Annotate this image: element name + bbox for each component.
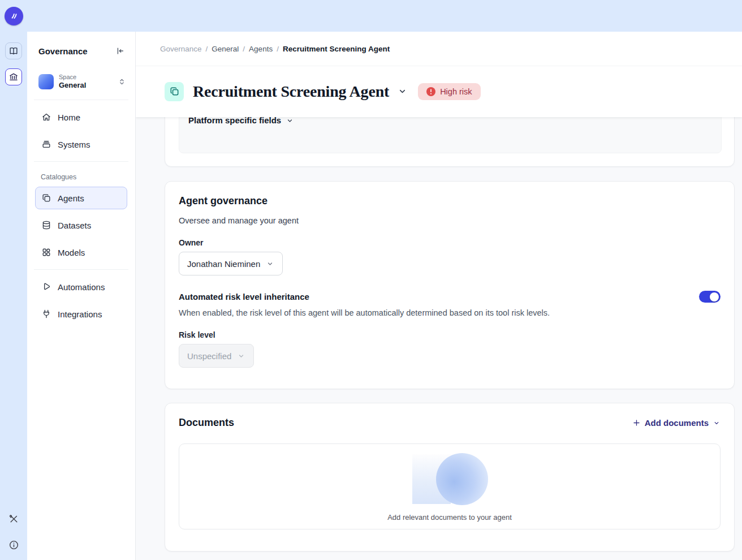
sidebar-item-automations[interactable]: Automations [35, 273, 127, 300]
governance-title: Agent governance [179, 195, 721, 207]
chevron-updown-icon [118, 77, 126, 86]
book-icon [8, 46, 19, 56]
space-texts: Space General [59, 74, 113, 89]
space-selector[interactable]: Space General [35, 70, 127, 93]
chevron-down-icon [713, 419, 721, 427]
title-menu-button[interactable] [396, 85, 409, 98]
breadcrumb-separator: / [277, 45, 279, 53]
sidebar-item-models[interactable]: Models [35, 239, 127, 266]
chevron-down-icon [266, 260, 274, 268]
page-title: Recruitment Screening Agent [193, 83, 389, 101]
grid-icon [41, 247, 51, 257]
sidebar-divider [34, 161, 128, 162]
catalogues-section-label: Catalogues [35, 165, 127, 184]
sidebar-item-label: Home [58, 113, 80, 122]
inheritance-description: When enabled, the risk level of this age… [179, 308, 721, 317]
breadcrumb-item[interactable]: Agents [249, 45, 273, 53]
copy-icon [41, 193, 51, 203]
collapse-sidebar-icon [115, 46, 125, 56]
inheritance-label: Automated risk level inheritance [179, 292, 309, 301]
app-logo-button[interactable] [5, 7, 23, 25]
alert-icon [426, 87, 435, 96]
documents-title: Documents [179, 417, 234, 429]
sidebar-item-label: Datasets [58, 221, 91, 230]
sidebar-item-home[interactable]: Home [35, 104, 127, 131]
topbar [0, 0, 742, 32]
sidebar-item-datasets[interactable]: Datasets [35, 212, 127, 239]
sidebar-item-systems[interactable]: Systems [35, 131, 127, 158]
illustration-circle [436, 453, 488, 505]
sidebar-header: Governance [35, 32, 127, 70]
sidebar-divider [34, 269, 128, 270]
breadcrumb-row: Governance / General / Agents / Recruitm… [136, 32, 742, 66]
space-label: Space [59, 74, 113, 80]
owner-select[interactable]: Jonathan Nieminen [179, 252, 283, 275]
logo-icon [8, 10, 20, 21]
add-documents-button[interactable]: Add documents [632, 418, 721, 428]
title-row: Recruitment Screening Agent High ri [136, 66, 742, 117]
risk-level-value: Unspecified [187, 351, 231, 361]
space-avatar [38, 74, 54, 89]
documents-empty-state[interactable]: Add relevant documents to your agent [179, 443, 721, 529]
documents-card: Documents Add documents [165, 403, 735, 552]
sidebar: Governance Space General [27, 32, 136, 560]
sidebar-title: Governance [38, 46, 88, 56]
breadcrumb-item-current: Recruitment Screening Agent [283, 45, 390, 53]
breadcrumb-separator: / [243, 45, 245, 53]
risk-level-label: Risk level [179, 330, 721, 339]
add-documents-label: Add documents [645, 418, 709, 428]
chevron-down-icon [286, 117, 294, 125]
layout: Governance Space General [0, 32, 742, 560]
sidebar-item-agents[interactable]: Agents [35, 187, 127, 209]
plug-icon [41, 309, 51, 319]
governance-subtitle: Oversee and manage your agent [179, 216, 721, 225]
sidebar-item-label: Systems [58, 140, 90, 149]
app-root: Governance Space General [0, 0, 742, 560]
toggle-knob [710, 292, 719, 301]
tools-icon [8, 514, 19, 524]
platform-fields-panel: Platform specific fields [179, 114, 722, 153]
plus-icon [632, 419, 641, 427]
risk-badge-label: High risk [440, 87, 472, 96]
sidebar-item-label: Integrations [58, 309, 102, 319]
space-name: General [59, 81, 113, 89]
owner-value: Jonathan Nieminen [187, 259, 260, 269]
risk-level-select[interactable]: Unspecified [179, 344, 254, 368]
info-button[interactable] [5, 536, 22, 553]
page-header: Governance / General / Agents / Recruitm… [136, 32, 742, 117]
documents-header: Documents Add documents [179, 417, 721, 429]
documents-illustration [410, 453, 489, 505]
breadcrumb-separator: / [206, 45, 208, 53]
database-icon [41, 220, 51, 230]
play-icon [41, 282, 51, 292]
agent-governance-card: Agent governance Oversee and manage your… [165, 181, 735, 389]
bank-icon [8, 72, 19, 82]
inheritance-row: Automated risk level inheritance [179, 291, 721, 303]
chevron-down-icon [237, 352, 245, 360]
rail-governance-button[interactable] [5, 68, 22, 85]
sidebar-item-label: Agents [58, 193, 84, 203]
info-icon [8, 540, 19, 550]
left-rail [0, 32, 27, 560]
systems-icon [41, 139, 51, 149]
breadcrumb-item[interactable]: Governance [160, 45, 202, 53]
collapse-sidebar-button[interactable] [114, 45, 126, 57]
owner-label: Owner [179, 238, 721, 247]
tools-button[interactable] [5, 510, 22, 527]
documents-empty-text: Add relevant documents to your agent [387, 513, 512, 522]
sidebar-item-label: Models [58, 248, 85, 257]
risk-badge: High risk [418, 83, 480, 100]
breadcrumb: Governance / General / Agents / Recruitm… [160, 45, 390, 53]
risk-inheritance-toggle[interactable] [699, 291, 721, 303]
main: Platform specific fields Agent governanc… [136, 32, 742, 560]
home-icon [41, 112, 51, 122]
sidebar-item-integrations[interactable]: Integrations [35, 300, 127, 328]
agent-type-icon [165, 82, 184, 101]
sidebar-item-label: Automations [58, 282, 105, 292]
breadcrumb-item[interactable]: General [212, 45, 239, 53]
rail-library-button[interactable] [5, 42, 22, 59]
sidebar-divider [34, 100, 128, 100]
